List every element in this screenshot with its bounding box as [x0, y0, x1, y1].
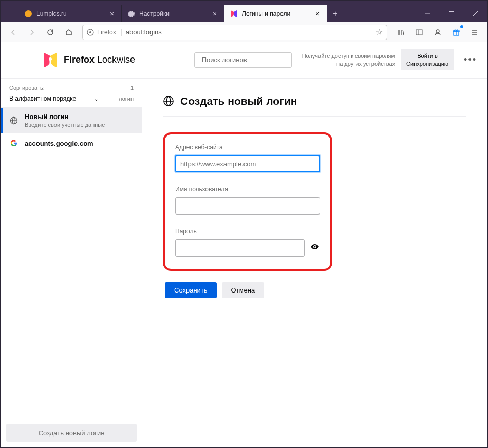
reveal-password-icon[interactable]	[310, 242, 320, 254]
window-controls	[416, 5, 487, 22]
favicon-lumpics	[24, 10, 32, 18]
forward-button[interactable]	[24, 24, 40, 41]
sidebar-button[interactable]	[411, 24, 427, 41]
tab-lumpics[interactable]: Lumpics.ru ×	[19, 5, 122, 22]
svg-rect-2	[449, 11, 454, 16]
svg-point-9	[436, 30, 439, 33]
svg-point-0	[25, 10, 32, 17]
password-input[interactable]	[175, 239, 305, 257]
minimize-button[interactable]	[416, 5, 440, 22]
form-actions: Сохранить Отмена	[165, 282, 466, 298]
firefox-icon	[87, 29, 94, 36]
reload-button[interactable]	[42, 24, 59, 41]
sort-select[interactable]: В алфавитном порядке ⌄логин	[1, 94, 142, 108]
cancel-button[interactable]: Отмена	[222, 282, 265, 298]
sync-promo-text: Получайте доступ к своим паролям на друг…	[302, 52, 395, 67]
nav-toolbar: Firefox ☆	[1, 22, 487, 43]
url-bar[interactable]: Firefox ☆	[82, 25, 387, 40]
brand-light: Lockwise	[97, 54, 135, 65]
close-icon[interactable]: ×	[313, 10, 322, 18]
svg-rect-17	[50, 60, 51, 63]
login-detail: Создать новый логин Адрес веб-сайта Имя …	[142, 80, 487, 447]
save-button[interactable]: Сохранить	[165, 282, 217, 298]
favicon-lockwise	[230, 10, 238, 18]
create-login-button[interactable]: Создать новый логин	[6, 424, 137, 442]
login-item-google[interactable]: accounts.google.com	[1, 133, 142, 153]
gift-button[interactable]	[448, 24, 464, 41]
account-button[interactable]	[429, 24, 446, 41]
identity-box[interactable]: Firefox	[87, 29, 122, 36]
close-icon[interactable]: ×	[211, 10, 219, 18]
globe-icon	[163, 95, 174, 107]
chevron-down-icon: ⌄	[94, 96, 98, 102]
login-item-title: accounts.google.com	[25, 140, 93, 147]
sort-value: В алфавитном порядке	[9, 95, 76, 102]
username-input[interactable]	[175, 197, 320, 215]
page-title: Создать новый логин	[163, 95, 466, 117]
search-input[interactable]	[202, 56, 288, 64]
more-menu-button[interactable]: •••	[464, 54, 477, 65]
sort-row: Сортировать: 1	[1, 80, 142, 94]
globe-icon	[9, 116, 18, 125]
google-icon	[9, 139, 18, 148]
svg-rect-7	[416, 30, 422, 35]
menu-button[interactable]	[466, 24, 483, 41]
identity-label: Firefox	[97, 29, 116, 36]
close-window-button[interactable]	[463, 5, 487, 22]
website-field: Адрес веб-сайта	[175, 144, 320, 172]
tab-label: Lumpics.ru	[36, 10, 108, 17]
back-button[interactable]	[5, 24, 22, 41]
username-label: Имя пользователя	[175, 186, 320, 193]
password-field: Пароль	[175, 228, 320, 257]
login-item-sub: Введите свои учётные данные	[25, 122, 105, 128]
website-label: Адрес веб-сайта	[175, 144, 320, 151]
new-tab-button[interactable]: +	[327, 5, 344, 22]
sort-label: Сортировать:	[9, 85, 45, 91]
tab-strip: Lumpics.ru × Настройки × Логины и пароли…	[19, 5, 416, 22]
tab-label: Настройки	[139, 10, 211, 17]
titlebar: Lumpics.ru × Настройки × Логины и пароли…	[1, 1, 487, 22]
login-sidebar: Сортировать: 1 В алфавитном порядке ⌄лог…	[1, 80, 142, 447]
svg-point-6	[89, 31, 91, 33]
home-button[interactable]	[61, 24, 77, 41]
tab-logins[interactable]: Логины и пароли ×	[224, 5, 327, 22]
lockwise-logo: Firefox Lockwise	[42, 52, 135, 68]
lockwise-icon	[42, 52, 59, 68]
brand-bold: Firefox	[64, 54, 95, 65]
url-input[interactable]	[126, 28, 371, 36]
form-highlight: Адрес веб-сайта Имя пользователя Пароль	[163, 132, 332, 271]
library-button[interactable]	[392, 24, 409, 41]
login-search[interactable]	[194, 52, 292, 68]
website-input[interactable]	[175, 155, 320, 172]
login-item-new[interactable]: Новый логин Введите свои учётные данные	[1, 108, 142, 133]
bookmark-star-icon[interactable]: ☆	[376, 27, 383, 37]
tab-label: Логины и пароли	[242, 10, 313, 17]
username-field: Имя пользователя	[175, 186, 320, 215]
maximize-button[interactable]	[440, 5, 463, 22]
gear-icon	[127, 10, 135, 18]
login-item-title: Новый логин	[25, 113, 105, 121]
close-icon[interactable]: ×	[108, 10, 116, 18]
tab-settings[interactable]: Настройки ×	[122, 5, 224, 22]
password-label: Пароль	[175, 228, 320, 235]
login-list: Новый логин Введите свои учётные данные …	[1, 108, 142, 419]
content: Сортировать: 1 В алфавитном порядке ⌄лог…	[1, 43, 487, 447]
sync-login-button[interactable]: Войти в Синхронизацию	[401, 49, 454, 70]
lockwise-header: Firefox Lockwise Получайте доступ к свои…	[1, 42, 487, 79]
